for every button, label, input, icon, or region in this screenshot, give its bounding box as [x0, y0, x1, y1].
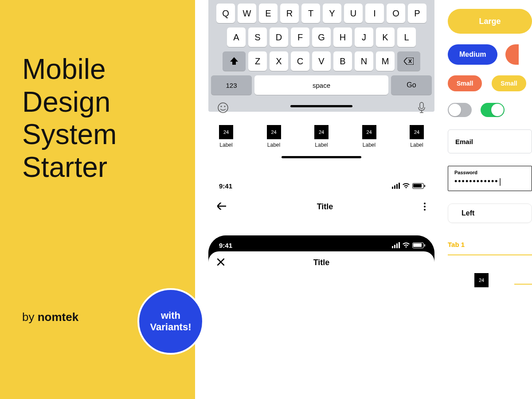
tab-item[interactable]: 24Label [314, 125, 329, 148]
key-l[interactable]: L [397, 27, 416, 47]
toggle-knob [491, 104, 504, 116]
key-123[interactable]: 123 [211, 75, 252, 95]
status-time: 9:41 [219, 242, 232, 249]
heading-line: Starter [22, 151, 117, 184]
key-backspace[interactable] [397, 51, 420, 71]
nav-bar-sheet: Title [208, 251, 434, 274]
tab-active[interactable]: Tab 1 [448, 241, 465, 252]
key-go[interactable]: Go [391, 75, 432, 95]
large-button[interactable]: Large [448, 9, 532, 34]
tab-item[interactable]: 24Label [267, 125, 281, 148]
home-indicator[interactable] [282, 156, 361, 158]
medium-button[interactable]: Medium [448, 44, 497, 65]
tab-item[interactable]: 24Label [410, 125, 424, 148]
byline-prefix: by [22, 310, 38, 324]
svg-rect-3 [420, 102, 423, 109]
toggle-on[interactable] [481, 103, 505, 117]
svg-point-2 [224, 106, 226, 107]
key-q[interactable]: Q [216, 4, 235, 23]
key-b[interactable]: B [333, 51, 352, 71]
nav-title: Title [317, 202, 333, 211]
tab-item[interactable]: 24Label [219, 125, 233, 148]
email-field[interactable]: Email [448, 129, 532, 153]
key-e[interactable]: E [259, 4, 278, 23]
key-y[interactable]: Y [323, 4, 341, 23]
key-o[interactable]: O [387, 4, 405, 23]
key-i[interactable]: I [365, 4, 384, 23]
byline: by nomtek [22, 310, 78, 324]
status-time: 9:41 [219, 182, 232, 190]
controls-column: Large Medium Small Small Email Password … [448, 9, 532, 287]
small-button[interactable]: Small [448, 75, 482, 91]
nav-title: Title [313, 258, 330, 267]
tab-icon-placeholder: 24 [410, 125, 424, 139]
key-space[interactable]: space [254, 75, 388, 95]
tab-label: Label [219, 142, 233, 148]
tab-icon-placeholder: 24 [362, 125, 376, 139]
keyboard-row: Z X C V B N M [211, 51, 432, 71]
input-value: •••••••••••• [454, 177, 525, 186]
toggle-off[interactable] [448, 103, 472, 117]
badge-line: with [150, 310, 192, 321]
tab-icon-placeholder: 24 [314, 125, 329, 139]
key-m[interactable]: M [376, 51, 395, 71]
tab-label: Label [314, 142, 329, 148]
cellular-icon [392, 242, 400, 248]
key-p[interactable]: P [408, 4, 426, 23]
home-indicator[interactable] [290, 105, 352, 107]
toggle-knob [449, 104, 461, 116]
nav-bar-light: Title [208, 196, 434, 218]
key-u[interactable]: U [344, 4, 363, 23]
emoji-icon[interactable] [217, 102, 229, 117]
key-n[interactable]: N [355, 51, 373, 71]
segment-label: Left [462, 209, 474, 217]
key-h[interactable]: H [333, 27, 352, 47]
key-g[interactable]: G [312, 27, 331, 47]
tab-bar: 24Label 24Label 24Label 24Label 24Label [208, 112, 434, 148]
battery-icon [412, 183, 424, 189]
key-d[interactable]: D [270, 27, 288, 47]
key-t[interactable]: T [301, 4, 320, 23]
close-icon[interactable] [217, 257, 224, 268]
svg-point-0 [218, 103, 228, 113]
segmented-control[interactable]: Left [448, 203, 532, 223]
key-c[interactable]: C [291, 51, 309, 71]
small-button-alt[interactable]: Small [492, 75, 526, 91]
medium-button-alt[interactable] [505, 44, 519, 65]
key-k[interactable]: K [376, 27, 395, 47]
tab-icon-placeholder: 24 [219, 125, 233, 139]
heading-line: Mobile [22, 53, 117, 86]
nav-dark-wrapper: 9:41 Title [208, 235, 434, 274]
tab-item[interactable]: 24Label [362, 125, 376, 148]
key-j[interactable]: J [355, 27, 373, 47]
key-shift[interactable] [223, 51, 246, 71]
key-w[interactable]: W [238, 4, 256, 23]
icon-placeholder: 24 [474, 273, 489, 287]
backspace-icon [404, 58, 414, 65]
back-icon[interactable] [217, 201, 226, 212]
svg-point-1 [221, 106, 222, 107]
badge-line: Variants! [150, 321, 192, 333]
key-v[interactable]: V [312, 51, 331, 71]
password-field[interactable]: Password •••••••••••• [448, 166, 532, 191]
keyboard-row: A S D F G H J K L [211, 27, 432, 47]
key-f[interactable]: F [291, 27, 309, 47]
mic-icon[interactable] [418, 102, 426, 117]
input-label: Password [454, 170, 525, 175]
battery-icon [412, 243, 424, 248]
key-z[interactable]: Z [248, 51, 267, 71]
variants-badge: with Variants! [137, 288, 204, 355]
key-r[interactable]: R [280, 4, 299, 23]
ios-keyboard[interactable]: Q W E R T Y U I O P A S D F G H J K L Z [208, 0, 434, 112]
status-bar-light: 9:41 [208, 176, 434, 196]
key-a[interactable]: A [227, 27, 246, 47]
tab-icon-placeholder: 24 [267, 125, 281, 139]
hero-panel: Mobile Design System Starter by nomtek w… [0, 0, 195, 399]
tab-label: Label [410, 142, 424, 148]
key-x[interactable]: X [270, 51, 288, 71]
key-s[interactable]: S [248, 27, 267, 47]
heading-line: Design [22, 86, 117, 119]
brand-name: nomtek [38, 310, 78, 324]
keyboard-row: 123 space Go [211, 75, 432, 95]
more-icon[interactable] [424, 203, 426, 211]
